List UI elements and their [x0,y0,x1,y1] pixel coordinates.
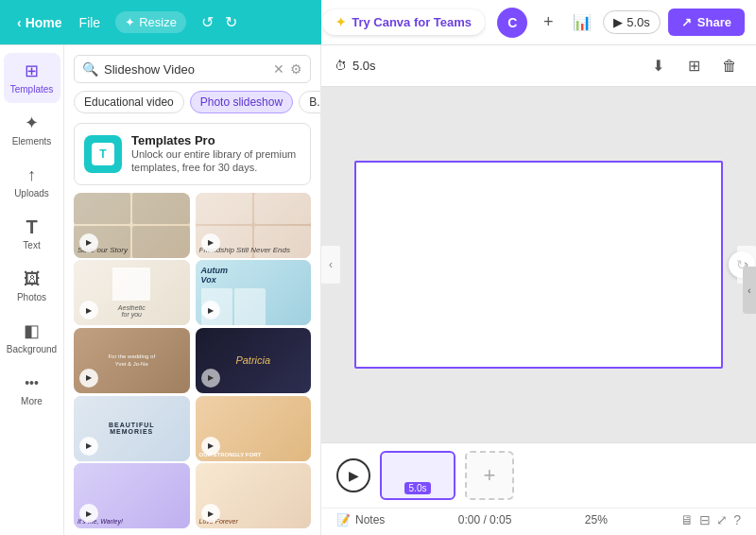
search-bar: 🔍 ✕ ⚙ [74,55,311,83]
template-card[interactable]: Love Forever ▶ [196,463,312,528]
search-icon: 🔍 [82,61,98,77]
canvas-toolbar: ⏱ 5.0s ⬇ ⊞ 🗑 [321,45,756,87]
pro-subtitle: Unlock our entire library of premium tem… [131,147,301,175]
redo-button[interactable]: ↻ [221,11,241,33]
share-label: Share [697,15,731,29]
notes-button[interactable]: 📝 Notes [336,513,385,526]
download-icon-button[interactable]: ⬇ [644,53,671,79]
play-icon: ▶ [79,369,98,388]
share-icon: ↗ [681,15,692,29]
pro-icon: T [84,135,122,173]
templates-grid: Save our Story ▶ Friendship Still Never … [64,193,320,535]
home-button[interactable]: ‹ Home [9,11,70,34]
help-icon-button[interactable]: ? [733,512,741,527]
pro-icon-inner: T [92,143,114,165]
play-icon: ▶ [201,369,220,388]
text-icon: T [22,216,43,237]
sidebar-item-text[interactable]: T Text [4,209,60,259]
grid-view-button[interactable]: ⊟ [699,512,711,527]
sidebar-item-more[interactable]: ••• More [4,365,60,415]
timeline-track: ▶ 5.0s + [321,443,756,508]
timeline: ▶ 5.0s + 📝 Notes 0:00 / 0:05 25% 🖥 ⊟ ⤢ ? [321,442,756,535]
timeline-clip[interactable]: 5.0s [380,451,455,500]
sidebar-icons: ⊞ Templates ✦ Elements ↑ Uploads T Text … [0,45,64,535]
templates-label: Templates [10,84,54,95]
background-label: Background [7,344,57,355]
undo-redo-group: ↺ ↻ [198,11,241,33]
canva-star-icon: ✦ [335,15,346,29]
share-button[interactable]: ↗ Share [668,9,745,36]
canvas-frame[interactable]: ↻ [354,161,723,369]
time-display: 0:00 / 0:05 [458,513,512,526]
search-input[interactable] [104,62,267,77]
sidebar-item-background[interactable]: ◧ Background [4,313,60,363]
filter-icon[interactable]: ⚙ [290,61,302,77]
try-canva-button[interactable]: ✦ Try Canva for Teams [322,9,485,35]
more-icon: ••• [22,372,43,393]
sidebar-item-uploads[interactable]: ↑ Uploads [4,157,60,207]
timeline-bottom: 📝 Notes 0:00 / 0:05 25% 🖥 ⊟ ⤢ ? [321,508,756,535]
grid-icon-button[interactable]: ⊞ [680,53,707,79]
play-icon: ▶ [613,15,623,29]
undo-button[interactable]: ↺ [198,11,217,33]
elements-icon: ✦ [22,112,43,133]
add-button[interactable]: + [535,9,561,36]
preview-duration-button[interactable]: ▶ 5.0s [603,10,661,34]
sidebar-item-templates[interactable]: ⊞ Templates [4,53,60,103]
pro-title: Templates Pro [131,133,301,147]
pro-text: Templates Pro Unlock our entire library … [131,133,301,175]
category-pill-educational[interactable]: Educational video [74,91,184,113]
sidebar-item-photos[interactable]: 🖼 Photos [4,261,60,311]
trash-icon-button[interactable]: 🗑 [716,53,743,79]
template-card[interactable]: Aestheticfor you ▶ [74,260,190,325]
photos-icon: 🖼 [22,268,43,289]
category-pills: Educational video Photo slideshow B... [64,91,320,121]
monitor-icon-button[interactable]: 🖥 [680,512,694,527]
play-icon: ▶ [201,504,220,523]
more-label: More [21,396,43,407]
home-label: Home [26,15,62,30]
play-icon: ▶ [79,233,98,252]
clear-icon[interactable]: ✕ [273,61,284,77]
category-pill-photo-slideshow[interactable]: Photo slideshow [190,91,293,113]
play-icon: ▶ [79,437,98,456]
template-card[interactable]: For the wedding ofYvet & Jo-Ne ▶ [74,328,190,393]
star-icon: ✦ [125,15,135,29]
template-card[interactable]: AutumVox ▶ [196,260,312,325]
templates-panel: 🔍 ✕ ⚙ Educational video Photo slideshow … [64,45,321,535]
templates-pro-banner[interactable]: T Templates Pro Unlock our entire librar… [74,123,311,185]
template-card[interactable]: Patricia ▶ [196,328,312,393]
canvas-toolbar-right: ⬇ ⊞ 🗑 [644,53,743,79]
timeline-add-clip-button[interactable]: + [465,451,514,500]
resize-button[interactable]: ✦ Resize [115,11,186,33]
template-card[interactable]: It's me, Warley! ▶ [74,463,190,528]
template-card[interactable]: Save our Story ▶ [74,193,190,258]
collapse-panel-tab[interactable]: ‹ [743,267,756,314]
avatar[interactable]: C [497,8,527,38]
duration-display: ⏱ 5.0s [335,59,376,73]
sidebar-item-elements[interactable]: ✦ Elements [4,105,60,155]
file-label: File [79,15,101,30]
canvas-main: ‹ ↻ › [321,87,756,442]
template-card[interactable]: Friendship Still Never Ends ▶ [196,193,312,258]
background-icon: ◧ [22,320,43,341]
view-buttons: 🖥 ⊟ ⤢ ? [680,512,741,527]
elements-label: Elements [12,136,52,147]
avatar-letter: C [507,15,517,30]
notes-icon: 📝 [336,513,351,526]
chart-icon[interactable]: 📊 [569,9,595,36]
canvas-area: ⏱ 5.0s ⬇ ⊞ 🗑 ‹ ↻ › ▶ 5.0 [321,45,756,535]
templates-icon: ⊞ [22,60,43,81]
template-card[interactable]: BEAUTIFULMEMORIES ▶ [74,396,190,461]
timeline-play-button[interactable]: ▶ [336,458,370,492]
template-card[interactable]: Our Strongly Fort ▶ [196,396,312,461]
canvas-duration: 5.0s [352,59,376,73]
category-pill-other[interactable]: B... [299,91,320,113]
chevron-left-icon: ‹ [17,15,22,30]
topbar: ‹ Home File ✦ Resize ↺ ↻ ✦ Try Canva for… [0,0,756,45]
file-button[interactable]: File [70,11,111,34]
expand-icon-button[interactable]: ⤢ [716,512,728,527]
clip-duration: 5.0s [404,482,432,494]
duration-label: 5.0s [627,15,650,29]
canvas-scroll-left[interactable]: ‹ [321,246,340,284]
